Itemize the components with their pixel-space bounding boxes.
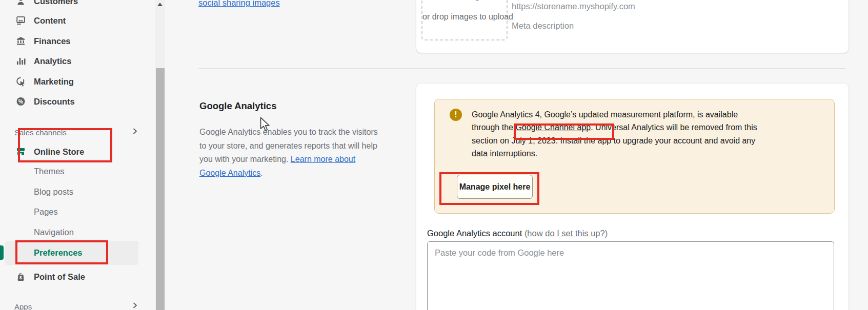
store-url-preview: https://storename.myshopify.com xyxy=(512,2,635,11)
marketing-icon xyxy=(15,76,26,87)
drop-images-hint: or drop images to upload xyxy=(422,12,507,22)
sidebar-item-label: Themes xyxy=(34,167,65,176)
social-sharing-images-link[interactable]: social sharing images xyxy=(198,0,280,8)
chevron-right-icon xyxy=(131,302,138,310)
discounts-icon: % xyxy=(15,96,26,107)
svg-text:$: $ xyxy=(19,275,22,280)
sidebar-item-analytics[interactable]: Analytics xyxy=(0,51,155,71)
ga4-warning-banner: ! Google Analytics 4, Google’s updated m… xyxy=(434,99,835,214)
online-store-icon xyxy=(15,147,26,157)
google-channel-app-link[interactable]: Google Channel app xyxy=(515,123,591,132)
svg-text:%: % xyxy=(18,98,24,105)
google-analytics-card: ! Google Analytics 4, Google’s updated m… xyxy=(416,84,849,310)
manage-pixel-button[interactable]: Manage pixel here xyxy=(457,175,533,199)
ga-account-label: Google Analytics account (how do I set t… xyxy=(427,229,608,238)
seo-preview-card: Add image or drop images to upload https… xyxy=(416,0,849,53)
sidebar-item-label: Pages xyxy=(34,207,58,217)
sidebar-nav: Customers Content Finances Analytics Mar xyxy=(0,0,155,310)
shopify-admin-preferences-page: Customers Content Finances Analytics Mar xyxy=(0,0,868,310)
sidebar-item-navigation[interactable]: Navigation xyxy=(0,222,155,242)
sidebar-item-point-of-sale[interactable]: $ Point of Sale xyxy=(0,266,155,287)
section-divider xyxy=(198,68,846,69)
image-upload-dropzone[interactable]: Add image or drop images to upload xyxy=(421,0,508,40)
sidebar-item-label: Customers xyxy=(34,0,78,6)
sales-channels-label: Sales channels xyxy=(14,128,67,137)
ga-code-textarea[interactable] xyxy=(427,241,834,310)
google-analytics-heading: Google Analytics xyxy=(199,100,276,112)
sidebar-item-marketing[interactable]: Marketing xyxy=(0,71,155,92)
sidebar-item-customers[interactable]: Customers xyxy=(0,0,155,11)
sidebar-item-themes[interactable]: Themes xyxy=(0,161,155,181)
banner-line2-post: . Universal Analytics will be removed fr… xyxy=(591,123,757,132)
banner-line4: data interruptions. xyxy=(472,149,537,158)
apps-label: Apps xyxy=(14,302,32,310)
sidebar-item-finances[interactable]: Finances xyxy=(0,31,155,51)
banner-line2-pre: through the xyxy=(472,123,515,132)
google-analytics-description: Google Analytics enables you to track th… xyxy=(199,126,382,180)
sidebar-item-blog-posts[interactable]: Blog posts xyxy=(0,181,155,202)
chevron-right-icon xyxy=(131,128,138,137)
sidebar-item-label: Navigation xyxy=(34,228,74,237)
description-period: . xyxy=(260,169,263,177)
sidebar-item-pages[interactable]: Pages xyxy=(0,201,155,222)
sidebar-item-online-store[interactable]: Online Store xyxy=(0,141,155,162)
warning-icon: ! xyxy=(450,109,462,121)
sidebar-item-content[interactable]: Content xyxy=(0,10,155,31)
sidebar-item-label: Preferences xyxy=(34,248,82,258)
sidebar-item-label: Marketing xyxy=(34,77,74,87)
sidebar-section-sales-channels[interactable]: Sales channels xyxy=(0,125,155,139)
customers-icon xyxy=(15,0,26,7)
banner-line1: Google Analytics 4, Google’s updated mea… xyxy=(472,110,738,119)
sidebar-scrollbar[interactable] xyxy=(155,0,165,310)
sidebar-item-label: Point of Sale xyxy=(34,272,85,282)
sidebar-section-apps[interactable]: Apps xyxy=(0,299,155,310)
sidebar-item-label: Blog posts xyxy=(34,187,73,197)
banner-line3: section on July 1, 2023. Install the app… xyxy=(472,136,755,145)
meta-description-placeholder: Meta description xyxy=(512,21,574,31)
sidebar-item-preferences[interactable]: Preferences xyxy=(0,242,155,263)
sidebar-item-label: Analytics xyxy=(34,56,71,66)
add-image-link[interactable]: Add image xyxy=(445,0,485,1)
how-do-i-set-this-up-link[interactable]: (how do I set this up?) xyxy=(524,229,608,238)
scrollbar-thumb[interactable] xyxy=(156,68,165,310)
content-icon xyxy=(15,15,26,26)
banner-text: Google Analytics 4, Google’s updated mea… xyxy=(472,108,800,160)
sidebar-item-label: Online Store xyxy=(34,147,84,157)
account-label-text: Google Analytics account xyxy=(427,229,524,238)
sidebar-item-label: Discounts xyxy=(34,97,75,107)
point-of-sale-icon: $ xyxy=(15,272,26,282)
sidebar-item-label: Content xyxy=(34,16,66,26)
finances-icon xyxy=(15,36,26,47)
analytics-icon xyxy=(15,56,26,67)
scrollbar-up-arrow[interactable] xyxy=(155,0,165,8)
sidebar-item-discounts[interactable]: % Discounts xyxy=(0,91,155,112)
sidebar-item-label: Finances xyxy=(34,36,71,46)
